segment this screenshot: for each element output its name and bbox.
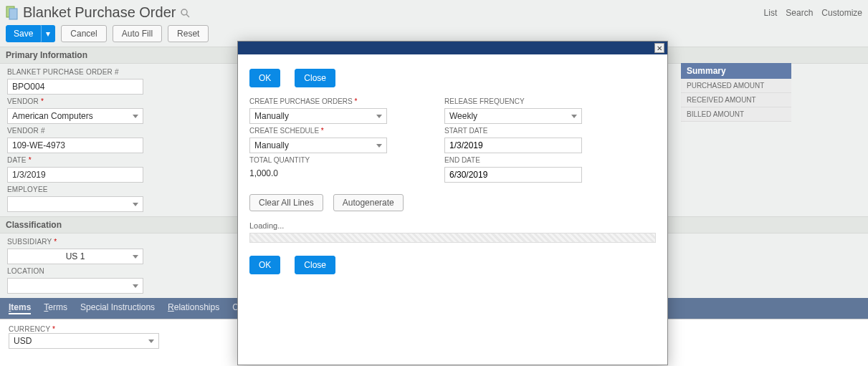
cancel-button[interactable]: Cancel [61, 25, 106, 42]
loading-text: Loading... [249, 221, 656, 230]
page-title: Blanket Purchase Order [23, 4, 176, 21]
end-label: END DATE [444, 156, 582, 164]
save-button[interactable]: Save [6, 25, 41, 42]
summary-panel: Summary PURCHASED AMOUNT RECEIVED AMOUNT… [681, 63, 791, 122]
sched-label: CREATE SCHEDULE * [249, 127, 387, 135]
end-input[interactable] [444, 167, 582, 183]
start-label: START DATE [444, 127, 582, 135]
chevron-down-icon [133, 284, 138, 288]
cpo-select[interactable]: Manually [249, 108, 387, 124]
autofill-button[interactable]: Auto Fill [113, 25, 162, 42]
save-dropdown[interactable]: ▾ [41, 25, 55, 42]
chevron-down-icon [571, 115, 577, 118]
modal-close-button-2[interactable]: Close [295, 256, 335, 274]
tab-terms[interactable]: Terms [44, 302, 67, 314]
chevron-down-icon [148, 339, 154, 343]
subsidiary-label: SUBSIDIARY * [7, 238, 143, 246]
employee-label: EMPLOYEE [7, 186, 143, 193]
employee-select[interactable] [7, 196, 143, 212]
tab-relationships[interactable]: Relationships [168, 302, 219, 314]
modal-ok-button-2[interactable]: OK [249, 256, 280, 274]
modal-close-button[interactable]: Close [295, 69, 335, 87]
start-input[interactable] [444, 138, 582, 153]
close-icon[interactable]: ✕ [654, 43, 664, 53]
totqty-label: TOTAL QUANTITY [249, 156, 387, 164]
date-label: DATE * [7, 156, 143, 164]
cpo-label: CREATE PURCHASE ORDERS * [249, 97, 387, 105]
reset-button[interactable]: Reset [168, 25, 209, 42]
svg-point-2 [181, 9, 187, 15]
header-link-list[interactable]: List [764, 8, 778, 18]
vendor-select[interactable]: American Computers [7, 108, 143, 124]
currency-select[interactable]: USD [9, 333, 159, 349]
chevron-down-icon [133, 203, 138, 206]
loading-bar [249, 233, 656, 243]
svg-rect-1 [9, 9, 17, 19]
chevron-down-icon [376, 115, 382, 118]
search-icon[interactable] [180, 8, 190, 18]
modal-ok-button[interactable]: OK [249, 69, 280, 87]
chevron-down-icon [133, 255, 138, 259]
summary-header: Summary [681, 63, 791, 79]
autogenerate-button[interactable]: Autogenerate [333, 194, 404, 211]
tab-items[interactable]: Items [9, 302, 31, 314]
location-select[interactable] [7, 278, 143, 294]
vendornum-input[interactable] [7, 138, 143, 153]
bpo-input[interactable] [7, 79, 143, 95]
summary-purchased: PURCHASED AMOUNT [681, 79, 791, 93]
header-link-search[interactable]: Search [786, 8, 813, 18]
summary-received: RECEIVED AMOUNT [681, 93, 791, 107]
vendor-label: VENDOR * [7, 97, 143, 105]
chevron-down-icon [376, 144, 382, 148]
summary-billed: BILLED AMOUNT [681, 107, 791, 122]
modal-clear-lines-button[interactable]: Clear All Lines [249, 194, 323, 211]
header-link-customize[interactable]: Customize [821, 8, 862, 18]
svg-line-3 [186, 14, 189, 17]
subsidiary-select[interactable]: US 1 [7, 249, 143, 264]
sched-select[interactable]: Manually [249, 138, 387, 153]
chevron-down-icon [133, 115, 138, 118]
date-input[interactable] [7, 167, 143, 183]
schedule-modal: ✕ OK Close CREATE PURCHASE ORDERS * Manu… [237, 41, 668, 365]
location-label: LOCATION [7, 267, 143, 275]
vendornum-label: VENDOR # [7, 127, 143, 135]
totqty-value: 1,000.0 [249, 167, 387, 180]
tab-special[interactable]: Special Instructions [80, 302, 155, 314]
freq-label: RELEASE FREQUENCY [444, 97, 582, 105]
bpo-label: BLANKET PURCHASE ORDER # [7, 68, 143, 76]
document-icon [6, 6, 19, 20]
freq-select[interactable]: Weekly [444, 108, 582, 124]
